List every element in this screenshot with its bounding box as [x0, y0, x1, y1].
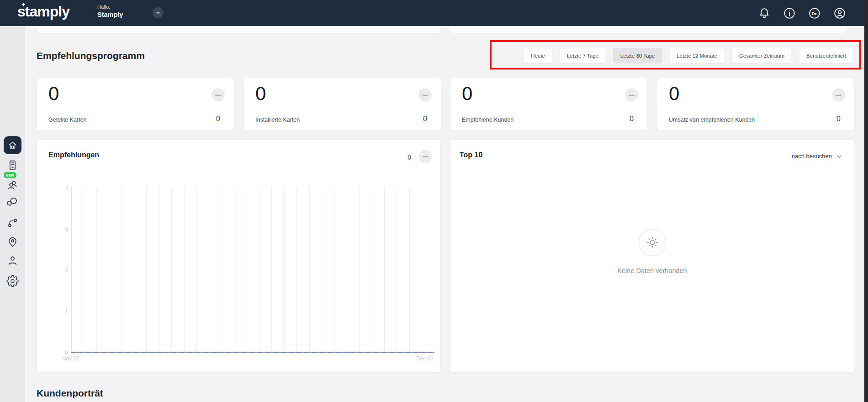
top10-sort-dropdown[interactable]: nach besuchen	[792, 153, 842, 160]
stat-label: Geteilte Karten	[48, 117, 86, 123]
filter-letzte-12-monate-button[interactable]: Letzte 12 Monate	[669, 48, 725, 63]
language-badge-icon: De	[808, 7, 821, 20]
stat-value: 0	[669, 83, 679, 105]
customer-portrait-heading: Kundenporträt	[37, 388, 103, 399]
sidebar-item-cards[interactable]	[6, 159, 19, 172]
chevron-down-icon	[836, 153, 842, 160]
card-terminal-icon	[6, 159, 19, 172]
app-logo[interactable]: +stamply	[17, 3, 69, 20]
greeting-name: Stamply	[97, 11, 123, 18]
account-greeting: Hallo, Stamply	[97, 4, 123, 18]
stat-value: 0	[462, 83, 472, 105]
route-branch-icon	[6, 217, 19, 229]
logo-plus-mark: +	[21, 1, 25, 8]
top-navbar: +stamply Hallo, Stamply	[0, 0, 868, 26]
sidebar-item-customers[interactable]	[6, 179, 19, 191]
info-button[interactable]	[783, 6, 796, 20]
date-range-filter-group: Heute Letzte 7 Tage Letzte 30 Tage Letzt…	[524, 48, 853, 63]
customers-icon	[6, 179, 19, 191]
home-icon	[8, 140, 17, 150]
minus-icon	[422, 95, 428, 96]
navbar-icons: De	[757, 6, 846, 20]
y-tick: 1	[51, 308, 68, 315]
greeting-label: Hallo,	[97, 4, 123, 10]
sort-label: nach besuchen	[792, 153, 832, 160]
partial-card-above-left	[37, 26, 441, 34]
stat-trend-button[interactable]	[418, 88, 432, 102]
sidebar-item-integrations[interactable]	[6, 217, 19, 229]
user-profile-icon	[833, 7, 846, 20]
person-icon	[6, 254, 19, 267]
stat-trend-button[interactable]	[625, 88, 638, 102]
filter-gesamter-zeitraum-button[interactable]: Gesamter Zeitraum	[732, 48, 792, 63]
stat-value: 0	[255, 83, 266, 105]
stat-card-geteilte-karten: 0 Geteilte Karten 0	[37, 78, 234, 131]
new-feature-badge: NEW	[4, 172, 16, 178]
x-axis-end-label: Dec 01	[416, 355, 434, 362]
stat-label: Installierte Karten	[255, 117, 300, 123]
stat-card-installierte-karten: 0 Installierte Karten 0	[243, 78, 441, 131]
chart-zero-line-series	[71, 352, 434, 353]
y-tick: 2	[51, 267, 68, 273]
filter-heute-button[interactable]: Heute	[524, 48, 552, 63]
referral-program-heading: Empfehlungsprogramm	[37, 50, 145, 61]
svg-text:De: De	[811, 11, 817, 16]
y-tick: 0	[51, 349, 68, 355]
minus-icon	[423, 156, 429, 157]
sidebar-item-locations[interactable]	[6, 236, 19, 248]
chevron-down-icon	[155, 10, 161, 16]
stat-secondary-value: 0	[216, 115, 220, 123]
bell-icon	[758, 7, 771, 20]
y-tick: 3	[51, 226, 68, 233]
empty-state: Keine Daten vorhanden	[450, 229, 854, 274]
stat-label: Umsatz von empfohlenen Kunden	[669, 117, 755, 123]
minus-icon	[836, 95, 842, 96]
stat-trend-button[interactable]	[212, 88, 225, 102]
stat-label: Empfohlene Kunden	[462, 117, 513, 123]
top10-card: Top 10 nach besuchen Keine Daten vorhand…	[450, 139, 854, 373]
y-tick: 4	[51, 185, 68, 192]
language-selector-button[interactable]: De	[808, 6, 821, 20]
left-sidebar: NEW	[0, 26, 25, 402]
dashboard-page: +stamply Hallo, Stamply	[0, 0, 868, 402]
account-switcher-button[interactable]	[153, 7, 164, 18]
minus-icon	[215, 95, 221, 96]
x-axis-start-label: Nov 02	[62, 355, 79, 362]
stat-card-empfohlene-kunden: 0 Empfohlene Kunden 0	[450, 78, 648, 131]
empfehlungen-chart-card: Empfehlungen 0 4 3 2 1 0 Nov 02 Dec 01	[37, 139, 441, 373]
stat-secondary-value: 0	[423, 115, 427, 123]
empty-state-text: Keine Daten vorhanden	[617, 267, 687, 274]
partial-card-above-right	[450, 26, 846, 34]
sidebar-item-home[interactable]	[4, 136, 21, 154]
minus-icon	[629, 95, 635, 96]
chart-y-axis: 4 3 2 1 0	[51, 140, 68, 372]
stat-secondary-value: 0	[836, 115, 841, 123]
filter-letzte-30-tage-button[interactable]: Letzte 30 Tage	[613, 48, 662, 63]
window-edge	[864, 0, 868, 402]
chart-plot-area	[71, 187, 434, 353]
stat-trend-button[interactable]	[832, 88, 845, 102]
info-icon	[783, 7, 796, 20]
sidebar-item-settings[interactable]	[6, 275, 19, 287]
sun-icon	[646, 236, 659, 249]
top10-title: Top 10	[460, 151, 482, 159]
gear-icon	[6, 275, 19, 287]
profile-button[interactable]	[833, 6, 846, 20]
sidebar-item-account[interactable]	[6, 254, 19, 267]
location-pin-icon	[6, 236, 19, 248]
chat-bubbles-icon	[6, 196, 19, 208]
filter-letzte-7-tage-button[interactable]: Letzte 7 Tage	[560, 48, 606, 63]
sidebar-item-messages[interactable]	[6, 196, 19, 208]
stat-value: 0	[48, 83, 59, 105]
stat-secondary-value: 0	[630, 115, 634, 123]
chart-counter: 0	[408, 154, 411, 161]
chart-trend-button[interactable]	[419, 150, 432, 163]
notifications-button[interactable]	[757, 6, 771, 20]
filter-benutzerdefiniert-button[interactable]: Benutzerdefiniert	[799, 48, 853, 63]
empty-state-circle	[639, 229, 666, 256]
stat-card-umsatz: 0 Umsatz von empfohlenen Kunden 0	[657, 78, 855, 131]
